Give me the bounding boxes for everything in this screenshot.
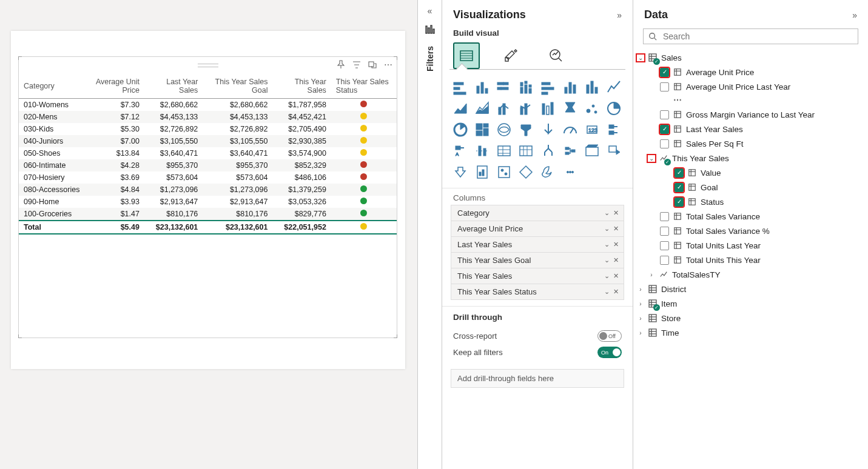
col-avg[interactable]: Average Unit Price [84, 74, 144, 99]
chevron-right-icon[interactable]: › [648, 271, 655, 278]
table-visual[interactable]: ⋯ Category Average Unit Price Last Year … [18, 56, 397, 338]
table-row[interactable]: 020-Mens$7.12$4,453,133$4,453,133$4,452,… [19, 111, 397, 123]
column-field[interactable]: This Year Sales Goal⌄✕ [451, 253, 624, 268]
format-visual-tab[interactable] [498, 42, 525, 69]
chevron-right-icon[interactable]: › [637, 301, 644, 307]
viz-type-19[interactable] [516, 120, 536, 139]
expand-sales-icon[interactable]: ⌄ [637, 55, 644, 61]
filters-pane-collapsed[interactable]: « Filters [417, 0, 442, 469]
drag-handle-icon[interactable] [198, 64, 218, 67]
column-field[interactable]: Category⌄✕ [451, 205, 624, 221]
table-district[interactable]: › District [637, 282, 864, 296]
viz-type-18[interactable] [494, 120, 514, 139]
search-box[interactable] [643, 28, 858, 44]
checkbox[interactable] [660, 82, 669, 91]
checkbox[interactable] [660, 125, 669, 134]
viz-type-1[interactable] [473, 78, 492, 97]
checkbox[interactable] [660, 68, 669, 77]
viz-type-4[interactable] [539, 78, 558, 97]
viz-type-25[interactable] [473, 141, 492, 161]
focus-mode-icon[interactable] [366, 59, 378, 71]
viz-type-35[interactable] [516, 162, 536, 182]
viz-type-26[interactable] [494, 141, 514, 161]
more-options-icon[interactable]: ⋯ [382, 59, 394, 71]
viz-type-24[interactable]: A [451, 141, 470, 161]
checkbox[interactable] [660, 139, 669, 148]
remove-field-icon[interactable]: ✕ [613, 241, 619, 248]
build-visual-tab[interactable] [453, 42, 480, 69]
checkbox[interactable] [660, 227, 669, 236]
viz-type-14[interactable] [582, 99, 602, 118]
checkbox[interactable] [675, 168, 684, 178]
more-fields-icon[interactable]: ⋯ [637, 94, 864, 107]
col-status[interactable]: This Year Sales Status [331, 74, 397, 99]
field-total-sales-var-pct[interactable]: Total Sales Variance % [637, 224, 864, 238]
table-row[interactable]: 030-Kids$5.30$2,726,892$2,726,892$2,705,… [19, 123, 397, 135]
viz-type-34[interactable] [494, 162, 514, 182]
columns-field-well[interactable]: Category⌄✕Average Unit Price⌄✕Last Year … [451, 205, 624, 300]
resize-handle-bl[interactable] [18, 334, 22, 338]
field-status[interactable]: Status [637, 195, 864, 209]
field-total-units-ly[interactable]: Total Units Last Year [637, 238, 864, 253]
filter-icon[interactable] [351, 59, 363, 71]
table-time[interactable]: › Time [637, 325, 864, 340]
table-row[interactable]: 050-Shoes$13.84$3,640,471$3,640,471$3,57… [19, 147, 397, 159]
viz-type-21[interactable] [560, 120, 580, 139]
viz-type-13[interactable] [560, 99, 580, 118]
viz-type-23[interactable] [604, 120, 624, 139]
table-item[interactable]: › Item [637, 296, 864, 311]
checkbox[interactable] [675, 198, 684, 207]
chevron-down-icon[interactable]: ⌄ [604, 256, 610, 264]
table-sales[interactable]: ⌄ Sales [637, 50, 864, 65]
chevron-down-icon[interactable]: ⌄ [604, 225, 610, 233]
field-total-sales-var[interactable]: Total Sales Variance [637, 209, 864, 224]
report-page[interactable]: ⋯ Category Average Unit Price Last Year … [11, 31, 405, 369]
viz-type-5[interactable] [560, 78, 580, 97]
table-row[interactable]: 010-Womens$7.30$2,680,662$2,680,662$1,78… [19, 99, 397, 111]
column-field[interactable]: This Year Sales Status⌄✕ [451, 284, 624, 300]
field-total-units-ty[interactable]: Total Units This Year [637, 253, 864, 267]
viz-type-17[interactable] [473, 120, 492, 139]
search-input[interactable] [662, 31, 853, 42]
table-row[interactable]: 090-Home$3.93$2,913,647$2,913,647$3,053,… [19, 196, 397, 208]
chevron-down-icon[interactable]: ⌄ [604, 288, 610, 296]
chevron-right-icon[interactable]: › [637, 286, 644, 293]
field-sales-per-sqft[interactable]: Sales Per Sq Ft [637, 136, 864, 151]
chevron-right-icon[interactable]: › [637, 330, 644, 336]
expand-this-year-icon[interactable]: ⌄ [648, 155, 655, 162]
viz-type-15[interactable] [604, 99, 624, 118]
table-row[interactable]: 070-Hosiery$3.69$573,604$573,604$486,106 [19, 171, 397, 184]
viz-type-33[interactable] [473, 162, 492, 182]
viz-type-11[interactable] [516, 99, 536, 118]
viz-type-32[interactable] [451, 162, 470, 182]
field-gross-margin-var[interactable]: Gross Margin Variance to Last Year [637, 107, 864, 122]
collapse-data-icon[interactable]: » [852, 10, 857, 20]
collapse-viz-icon[interactable]: » [617, 10, 622, 20]
remove-field-icon[interactable]: ✕ [613, 209, 619, 217]
chevron-down-icon[interactable]: ⌄ [604, 241, 610, 248]
viz-type-22[interactable]: 123 [582, 120, 602, 139]
viz-type-8[interactable] [451, 99, 470, 118]
col-last[interactable]: Last Year Sales [144, 74, 203, 99]
resize-handle-br[interactable] [394, 334, 397, 338]
remove-field-icon[interactable]: ✕ [613, 225, 619, 233]
cross-report-toggle[interactable]: Off [597, 330, 622, 342]
table-row[interactable]: 080-Accessories$4.84$1,273,096$1,273,096… [19, 184, 397, 196]
field-last-year-sales[interactable]: Last Year Sales [637, 122, 864, 136]
viz-type-12[interactable] [539, 99, 558, 118]
expand-filters-icon[interactable]: « [428, 6, 432, 16]
viz-type-0[interactable] [451, 78, 470, 97]
col-category[interactable]: Category [19, 74, 84, 99]
field-avg-unit-price[interactable]: Average Unit Price [637, 65, 864, 79]
pin-icon[interactable] [335, 59, 347, 71]
field-this-year-sales[interactable]: ⌄ This Year Sales [637, 151, 864, 165]
table-row[interactable]: 100-Groceries$1.47$810,176$810,176$829,7… [19, 208, 397, 221]
chevron-right-icon[interactable]: › [637, 315, 644, 322]
field-value[interactable]: Value [637, 165, 864, 180]
viz-type-6[interactable] [582, 78, 602, 97]
keep-filters-toggle[interactable]: On [597, 347, 622, 358]
remove-field-icon[interactable]: ✕ [613, 272, 619, 280]
column-field[interactable]: This Year Sales⌄✕ [451, 268, 624, 284]
viz-type-30[interactable] [582, 141, 602, 161]
analytics-tab[interactable] [543, 42, 570, 69]
